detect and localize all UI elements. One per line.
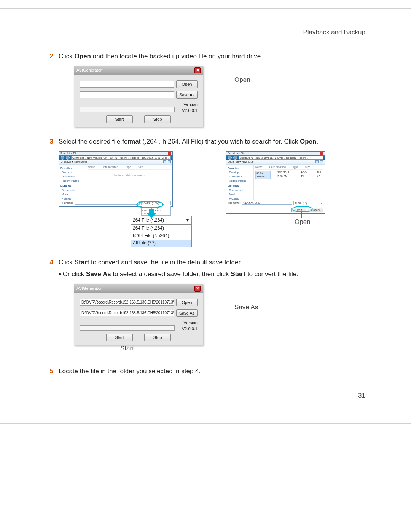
help-icon[interactable] bbox=[320, 160, 323, 163]
side-item[interactable]: Pictures bbox=[228, 197, 252, 200]
side-item[interactable]: Pictures bbox=[60, 197, 85, 200]
col-size[interactable]: Size bbox=[138, 165, 143, 169]
dialog-title: AVIGenerator bbox=[76, 67, 102, 73]
start-button[interactable]: Start bbox=[106, 334, 133, 341]
address-bar[interactable]: Computer ▸ New Volume (E:) ▸ DVR ▸ Recor… bbox=[71, 156, 171, 160]
callout-open: Open bbox=[295, 217, 311, 227]
column-headers[interactable]: Name Date modified Type Size bbox=[88, 165, 171, 170]
col-name[interactable]: Name bbox=[88, 165, 95, 169]
file-type-dropdown-enlarged: 264 File (*.264) ▾ 264 File (*.264) h264… bbox=[131, 216, 192, 248]
side-item[interactable]: Recent Places bbox=[228, 179, 252, 183]
chevron-down-icon: ▾ bbox=[169, 201, 170, 205]
nav-pane[interactable]: Favorites Desktop Downloads Recent Place… bbox=[59, 165, 86, 200]
file-name-label: File name: bbox=[228, 201, 241, 205]
address-bar[interactable]: Computer ▸ New Volume (E:) ▸ DVR ▸ Recor… bbox=[239, 156, 323, 160]
step-2: 2 Click Open and then locate the backed … bbox=[46, 52, 365, 127]
file-name-cell: 14-50-39.h264 bbox=[255, 171, 271, 179]
nav-pane[interactable]: Favorites Desktop Downloads Recent Place… bbox=[226, 165, 254, 200]
side-item[interactable]: Desktop bbox=[228, 171, 252, 174]
side-item[interactable]: Documents bbox=[60, 189, 85, 192]
stop-button[interactable]: Stop bbox=[144, 115, 171, 123]
avigenerator-dialog: AVIGenerator ✕ D:\DVR\Record\Record\192.… bbox=[74, 284, 203, 345]
side-item[interactable]: Desktop bbox=[60, 171, 85, 174]
side-item[interactable]: Downloads bbox=[228, 175, 252, 179]
dest-path-input[interactable]: D:\DVR\Record\Record\192.168.5.136\CH5\2… bbox=[80, 310, 174, 316]
dialog-body: D:\DVR\Record\Record\192.168.5.136\CH5\2… bbox=[74, 293, 203, 345]
nav-forward-icon[interactable] bbox=[66, 156, 70, 160]
progress-bar bbox=[80, 325, 175, 331]
side-item[interactable]: Recent Places bbox=[60, 179, 85, 183]
start-button[interactable]: Start bbox=[106, 115, 133, 123]
nav-bar: Computer ▸ New Volume (E:) ▸ DVR ▸ Recor… bbox=[226, 155, 325, 160]
step-4: 4 Click Start to convert and save the fi… bbox=[46, 258, 365, 356]
col-type[interactable]: Type bbox=[125, 165, 131, 169]
nav-bar: Computer ▸ New Volume (E:) ▸ DVR ▸ Recor… bbox=[59, 155, 172, 160]
close-icon[interactable] bbox=[320, 152, 323, 155]
step-body: Click Open and then locate the backed up… bbox=[59, 52, 365, 127]
save-as-button[interactable]: Save As bbox=[176, 91, 198, 99]
col-size[interactable]: Size bbox=[305, 165, 311, 169]
step-3: 3 Select the desired file format (.264 ,… bbox=[46, 137, 365, 247]
keyword-saveas: Save As bbox=[86, 270, 111, 278]
dropdown-option[interactable]: All File (*.*) bbox=[131, 240, 191, 247]
dialog-titlebar: AVIGenerator ✕ bbox=[74, 66, 203, 75]
close-icon[interactable] bbox=[168, 152, 171, 155]
step-body: Select the desired file format (.264 , h… bbox=[59, 137, 365, 247]
file-type-option[interactable]: h264 File (*.h264) bbox=[142, 209, 170, 212]
stop-button[interactable]: Stop bbox=[144, 334, 171, 341]
file-list: Name Date modified Type Size No items ma… bbox=[86, 165, 172, 200]
nav-forward-icon[interactable] bbox=[233, 156, 237, 160]
step-text: to convert and save the file in the defa… bbox=[89, 259, 242, 266]
dropdown-selected[interactable]: 264 File (*.264) ▾ bbox=[131, 216, 191, 225]
side-item[interactable]: Music bbox=[60, 193, 85, 197]
close-icon[interactable]: ✕ bbox=[194, 67, 201, 73]
file-type-value: All File (*.*) bbox=[295, 201, 307, 205]
side-item[interactable]: Music bbox=[228, 193, 252, 197]
step-body: Locate the file in the folder you select… bbox=[59, 367, 365, 376]
toolbar-left[interactable]: Organize ▾ New folder bbox=[228, 160, 255, 164]
open-button[interactable]: Open bbox=[176, 299, 198, 306]
save-as-button[interactable]: Save As bbox=[176, 309, 198, 317]
file-open-dialog-left: Search for File Computer ▸ New Volume (E… bbox=[59, 151, 173, 207]
toolbar: Organize ▾ New folder bbox=[59, 160, 172, 165]
step-text: . bbox=[316, 138, 318, 145]
keyword-open: Open bbox=[75, 53, 91, 60]
side-item[interactable]: Documents bbox=[228, 189, 252, 192]
side-group-favorites: Favorites bbox=[228, 166, 252, 170]
dialog-titlebar: AVIGenerator ✕ bbox=[74, 284, 203, 293]
close-icon[interactable]: ✕ bbox=[194, 286, 201, 292]
keyword-open: Open bbox=[300, 138, 316, 145]
col-date[interactable]: Date modified bbox=[102, 165, 118, 169]
file-row[interactable]: 14-50-39.h264 7/13/2011 2:50 PM H264 Fil… bbox=[255, 171, 323, 179]
source-path-input[interactable]: D:\DVR\Record\Record\192.168.5.136\CH5\2… bbox=[80, 299, 174, 306]
column-headers[interactable]: Name Date modified Type Size bbox=[255, 165, 323, 170]
nav-back-icon[interactable] bbox=[228, 156, 232, 160]
file-name-input[interactable] bbox=[75, 201, 140, 205]
figure-avigenerator-filled: AVIGenerator ✕ D:\DVR\Record\Record\192.… bbox=[74, 284, 365, 356]
dropdown-option[interactable]: h264 File (*.h264) bbox=[131, 232, 191, 240]
view-icon[interactable] bbox=[163, 160, 166, 163]
file-type-cell: H264 File bbox=[301, 171, 309, 179]
callout-start: Start bbox=[120, 344, 134, 353]
callout-line bbox=[127, 333, 127, 345]
callout-line bbox=[301, 212, 302, 218]
file-name-input[interactable]: 14-50-39.h264 bbox=[242, 201, 292, 205]
toolbar-left[interactable]: Organize ▾ New folder bbox=[61, 160, 87, 164]
step-number: 4 bbox=[46, 258, 53, 356]
file-type-dropdown[interactable]: All File (*.*) ▾ bbox=[293, 201, 323, 205]
nav-back-icon[interactable] bbox=[61, 156, 64, 160]
dropdown-option[interactable]: 264 File (*.264) bbox=[131, 225, 191, 232]
col-date[interactable]: Date modified bbox=[269, 165, 286, 169]
help-icon[interactable] bbox=[168, 160, 171, 163]
side-item[interactable]: Downloads bbox=[60, 175, 85, 179]
toolbar: Organize ▾ New folder bbox=[226, 160, 325, 165]
col-type[interactable]: Type bbox=[293, 165, 298, 169]
source-path-input[interactable] bbox=[80, 81, 174, 88]
open-button[interactable]: Open bbox=[176, 80, 198, 88]
dest-path-input[interactable] bbox=[80, 91, 174, 98]
view-icon[interactable] bbox=[315, 160, 319, 163]
col-name[interactable]: Name bbox=[255, 165, 263, 169]
file-date-cell: 7/13/2011 2:50 PM bbox=[277, 171, 294, 179]
empty-message: No items match your search. bbox=[88, 174, 171, 177]
step-body: Click Start to convert and save the file… bbox=[59, 258, 365, 356]
